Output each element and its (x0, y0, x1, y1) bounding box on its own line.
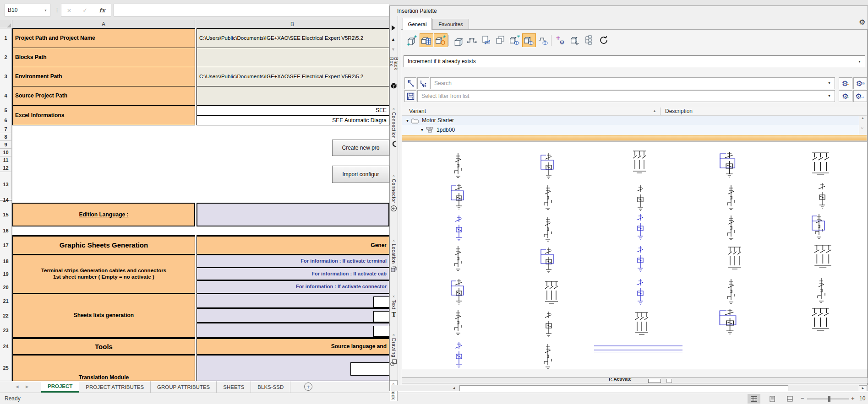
row-header-11[interactable]: 11 (0, 156, 12, 164)
palette-settings-gear-icon[interactable]: ⚙ (859, 18, 865, 27)
symbol-preview-canvas[interactable] (402, 141, 868, 369)
row-header-4[interactable]: 4 (0, 86, 12, 106)
select-all-corner[interactable] (0, 20, 12, 28)
tab-scroll-left-icon[interactable]: ◂ (16, 383, 19, 390)
schematic-symbol[interactable] (637, 279, 643, 304)
close-icon[interactable]: × (393, 333, 395, 337)
fx-icon[interactable]: fx (99, 7, 105, 14)
symbol-marker-button[interactable] (434, 33, 448, 47)
cell-b23[interactable] (197, 323, 389, 338)
normal-view-button[interactable] (748, 394, 760, 404)
row-header-7[interactable]: 7 (0, 125, 12, 133)
selected-row-highlight[interactable] (402, 135, 867, 140)
row-header-13[interactable]: 13 (0, 172, 12, 197)
schematic-symbol[interactable] (814, 245, 831, 267)
cell-b21[interactable] (197, 294, 389, 309)
cell-b22[interactable] (197, 308, 389, 323)
filter-dropdown-icon[interactable]: ▼ (828, 94, 831, 97)
search-input[interactable] (430, 77, 835, 89)
side-expand-icon[interactable] (392, 25, 395, 31)
schematic-symbol[interactable] (812, 153, 829, 175)
enter-check-icon[interactable]: ✓ (82, 7, 87, 14)
move-block-button[interactable] (568, 33, 582, 47)
schematic-symbol[interactable] (541, 248, 553, 273)
schematic-symbol[interactable] (541, 153, 553, 178)
schematic-symbol[interactable] (545, 281, 558, 303)
new-sheet-button[interactable]: + (304, 382, 312, 391)
row-header-5[interactable]: 5 (0, 105, 12, 116)
create-new-project-button[interactable]: Create new pro (332, 140, 389, 156)
cancel-icon[interactable]: × (67, 6, 71, 14)
search-settings-button[interactable]: ⚙.. (839, 77, 852, 89)
apply-filter-button[interactable] (417, 77, 429, 89)
cell-b15[interactable] (197, 203, 389, 226)
cell-a25-translation-module[interactable]: Translation Module (12, 355, 195, 381)
row-header-2[interactable]: 2 (0, 48, 12, 67)
filter-import-button[interactable]: ⚙↓ (839, 90, 852, 102)
clipped-checkbox[interactable] (648, 379, 661, 383)
cell-b4[interactable] (197, 86, 389, 106)
block-visibility-button[interactable] (508, 33, 522, 47)
tree-row-1pdb00[interactable]: ▾ 1pdb00 (402, 125, 859, 135)
schematic-symbol[interactable] (635, 312, 648, 334)
zoom-in-icon[interactable]: + (851, 395, 855, 402)
close-icon[interactable]: × (393, 173, 395, 178)
cell-b24[interactable]: Source language and (197, 338, 389, 356)
page-break-button[interactable] (783, 394, 796, 404)
insert-symbol-button[interactable] (405, 33, 419, 47)
sheet-tab-project-attributes[interactable]: PROJECT ATTRIBUTES (79, 381, 151, 393)
refresh-button[interactable] (596, 33, 610, 47)
cell-a18-terminal-strips[interactable]: Terminal strips Generation cables and co… (12, 255, 195, 294)
schematic-symbol[interactable] (545, 312, 551, 337)
tab-favourites[interactable]: Favourites (432, 19, 469, 30)
schematic-symbol[interactable] (637, 246, 643, 271)
sheet-swap-button[interactable] (480, 33, 493, 47)
schematic-symbol[interactable] (451, 184, 464, 209)
schematic-symbol[interactable] (637, 214, 643, 239)
cell-a17-graphic-sheets[interactable]: Graphic Sheets Generation (12, 235, 195, 255)
side-tab-connection[interactable]: ×Connection (390, 106, 398, 167)
cell-a1[interactable]: Project Path and Project Name (12, 28, 195, 48)
cell-b20[interactable]: For information : If activate connector (197, 280, 389, 294)
schematic-symbol[interactable] (720, 152, 735, 177)
schematic-symbol[interactable] (727, 185, 735, 210)
schematic-symbol[interactable] (728, 247, 741, 269)
row-header-6[interactable]: 6 (0, 115, 12, 126)
side-tab-connector[interactable]: ×Connector (390, 172, 398, 233)
zoom-percentage[interactable]: 10 (859, 395, 865, 402)
side-tab-black-box[interactable]: Black Box (390, 57, 398, 89)
import-configuration-button[interactable]: Import configur (332, 166, 389, 183)
scroll-up-icon[interactable]: ▲ (861, 116, 864, 119)
cell-b5[interactable]: SEE (197, 105, 389, 116)
hscroll-right-button[interactable]: ► (859, 385, 867, 391)
schematic-symbol[interactable] (455, 215, 462, 241)
cell-a5-excel-informations[interactable]: Excel Informations (12, 105, 195, 125)
cell-b18[interactable]: For information : If activate terminal (197, 255, 389, 268)
hscroll-left-icon[interactable]: ◄ (452, 386, 456, 390)
connection-wire-button[interactable] (465, 33, 479, 47)
pick-cursor-button[interactable] (404, 77, 416, 89)
symbol-table-button[interactable] (420, 33, 433, 47)
schematic-symbol[interactable] (454, 310, 462, 334)
row-header-8[interactable]: 8 (0, 133, 12, 141)
row-header-19[interactable]: 19 (0, 268, 12, 281)
close-icon[interactable]: × (393, 107, 395, 111)
close-icon[interactable]: × (393, 294, 395, 299)
row-header-3[interactable]: 3 (0, 67, 12, 86)
schematic-symbol[interactable] (812, 308, 829, 330)
copy-block-button[interactable] (494, 33, 508, 47)
sheet-tab-sheets[interactable]: SHEETS (217, 381, 251, 393)
schematic-symbol[interactable] (812, 214, 824, 238)
column-header-a[interactable]: A (12, 20, 195, 28)
schematic-symbol[interactable] (451, 279, 464, 304)
schematic-symbol[interactable] (455, 342, 462, 367)
expander-icon[interactable]: ▾ (421, 127, 423, 132)
schematic-symbol[interactable] (720, 309, 736, 334)
page-layout-button[interactable] (766, 394, 779, 404)
schematic-symbol[interactable] (727, 215, 735, 240)
save-filter-button[interactable] (404, 90, 416, 102)
row-header-17[interactable]: 17 (0, 235, 12, 255)
row-header-18[interactable]: 18 (0, 255, 12, 268)
row-header-10[interactable]: 10 (0, 149, 12, 156)
add-settings-button[interactable]: +⚙ (554, 33, 568, 47)
